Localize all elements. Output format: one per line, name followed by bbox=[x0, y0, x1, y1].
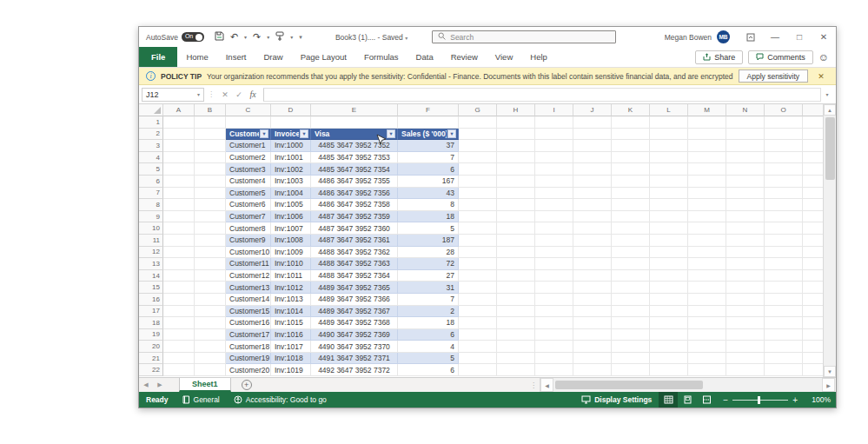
grid-cell[interactable] bbox=[535, 199, 573, 211]
vertical-scrollbar[interactable]: ▲ ▼ bbox=[823, 104, 836, 377]
grid-cell[interactable] bbox=[688, 116, 726, 129]
grid-cell[interactable] bbox=[535, 140, 573, 152]
row-header-10[interactable]: 10 bbox=[139, 222, 163, 235]
qat-overflow-icon[interactable]: ▾ bbox=[299, 34, 302, 41]
grid-cell[interactable] bbox=[535, 317, 573, 329]
grid-cell[interactable] bbox=[765, 176, 803, 188]
grid-cell[interactable] bbox=[195, 163, 226, 176]
autosave-toggle[interactable]: AutoSave On bbox=[146, 32, 204, 42]
grid-cell[interactable] bbox=[535, 270, 573, 282]
grid-cell[interactable] bbox=[573, 341, 612, 353]
grid-cell[interactable]: Customer14 bbox=[226, 294, 271, 306]
grid-cell[interactable]: 7 bbox=[398, 294, 459, 306]
table-header-cell[interactable]: Customer▼ bbox=[226, 129, 271, 141]
grid-cell[interactable] bbox=[726, 341, 765, 353]
grid-cell[interactable] bbox=[612, 140, 650, 152]
grid-cell[interactable] bbox=[573, 188, 612, 200]
row-header-4[interactable]: 4 bbox=[139, 152, 163, 164]
grid-cell[interactable]: 4490 3647 3952 7370 bbox=[311, 341, 398, 353]
grid-cell[interactable]: Customer16 bbox=[226, 317, 271, 329]
grid-cell[interactable] bbox=[163, 353, 195, 365]
grid-cell[interactable]: 4486 3647 3952 7356 bbox=[311, 188, 398, 200]
table-header-cell[interactable]: Sales ($ '000)▼ bbox=[398, 129, 459, 141]
grid-cell[interactable] bbox=[650, 364, 688, 376]
grid-cell[interactable] bbox=[803, 188, 823, 200]
grid-cell[interactable] bbox=[535, 163, 573, 176]
feedback-smiley-icon[interactable]: ☺ bbox=[818, 51, 829, 63]
grid-cell[interactable]: 4486 3647 3952 7358 bbox=[311, 199, 398, 211]
grid-cell[interactable] bbox=[573, 258, 612, 270]
grid-cell[interactable] bbox=[459, 188, 497, 200]
row-header-17[interactable]: 17 bbox=[139, 306, 163, 318]
grid-cell[interactable] bbox=[195, 341, 226, 353]
grid-cell[interactable] bbox=[195, 152, 226, 164]
grid-cell[interactable]: 28 bbox=[398, 247, 459, 259]
grid-cell[interactable]: 4489 3647 3952 7368 bbox=[311, 317, 398, 329]
grid-cell[interactable] bbox=[573, 211, 612, 223]
grid-cell[interactable] bbox=[163, 294, 195, 306]
save-icon[interactable] bbox=[215, 31, 224, 43]
grid-cell[interactable] bbox=[765, 247, 803, 259]
grid-cell[interactable]: 4485 3647 3952 7353 bbox=[311, 152, 398, 164]
grid-cell[interactable] bbox=[650, 176, 688, 188]
grid-cell[interactable] bbox=[726, 163, 765, 176]
grid-cell[interactable]: 37 bbox=[398, 140, 459, 152]
next-sheet-icon[interactable]: ▶ bbox=[153, 378, 167, 392]
grid-cell[interactable] bbox=[226, 116, 271, 129]
grid-cell[interactable] bbox=[688, 199, 726, 211]
grid-cell[interactable] bbox=[163, 116, 195, 129]
ribbon-tab-insert[interactable]: Insert bbox=[217, 47, 255, 67]
redo-icon[interactable]: ↷ bbox=[253, 32, 261, 42]
expand-formula-bar-icon[interactable]: ▾ bbox=[821, 91, 833, 97]
tab-scroll-splitter[interactable]: ⋮ bbox=[527, 378, 540, 392]
grid-cell[interactable] bbox=[311, 116, 398, 129]
grid-cell[interactable] bbox=[163, 188, 195, 200]
grid-cell[interactable]: Customer12 bbox=[226, 270, 271, 282]
column-header-K[interactable]: K bbox=[612, 104, 650, 116]
grid-cell[interactable] bbox=[497, 176, 535, 188]
grid-cell[interactable] bbox=[765, 306, 803, 318]
row-header-15[interactable]: 15 bbox=[139, 282, 163, 294]
grid-cell[interactable] bbox=[163, 211, 195, 223]
grid-cell[interactable] bbox=[535, 364, 573, 376]
horizontal-scroll-thumb[interactable] bbox=[555, 381, 703, 389]
grid-cell[interactable]: 4488 3647 3952 7364 bbox=[311, 270, 398, 282]
grid-cell[interactable] bbox=[803, 222, 823, 235]
maximize-button[interactable]: □ bbox=[787, 27, 812, 47]
ribbon-tab-page-layout[interactable]: Page Layout bbox=[292, 47, 355, 67]
grid-cell[interactable] bbox=[163, 199, 195, 211]
grid-cell[interactable] bbox=[535, 188, 573, 200]
grid-cell[interactable] bbox=[163, 317, 195, 329]
new-sheet-button[interactable]: + bbox=[242, 380, 252, 390]
grid-cell[interactable] bbox=[535, 211, 573, 223]
grid-cell[interactable] bbox=[612, 116, 650, 129]
grid-cell[interactable] bbox=[163, 258, 195, 270]
grid-cell[interactable] bbox=[765, 364, 803, 376]
grid-cell[interactable] bbox=[688, 176, 726, 188]
column-header-D[interactable]: D bbox=[271, 104, 311, 116]
row-header-11[interactable]: 11 bbox=[139, 235, 163, 247]
grid-cell[interactable] bbox=[163, 364, 195, 376]
column-header-M[interactable]: M bbox=[688, 104, 726, 116]
grid-cell[interactable] bbox=[688, 129, 726, 141]
scroll-left-icon[interactable]: ◀ bbox=[540, 378, 553, 392]
grid-cell[interactable] bbox=[497, 258, 535, 270]
grid-cell[interactable] bbox=[535, 258, 573, 270]
column-header-L[interactable]: L bbox=[650, 104, 688, 116]
grid-cell[interactable]: Customer13 bbox=[226, 282, 271, 294]
grid-cell[interactable] bbox=[765, 329, 803, 341]
grid-cell[interactable] bbox=[535, 222, 573, 235]
grid-cell[interactable] bbox=[573, 306, 612, 318]
grid-cell[interactable]: 7 bbox=[398, 152, 459, 164]
grid-cell[interactable] bbox=[573, 270, 612, 282]
grid-cell[interactable] bbox=[163, 341, 195, 353]
grid-cell[interactable] bbox=[497, 235, 535, 247]
grid-cell[interactable] bbox=[195, 235, 226, 247]
grid-cell[interactable]: Customer6 bbox=[226, 199, 271, 211]
grid-cell[interactable] bbox=[497, 317, 535, 329]
grid-cell[interactable] bbox=[497, 247, 535, 259]
grid-cell[interactable]: 4486 3647 3952 7355 bbox=[311, 176, 398, 188]
grid-cell[interactable] bbox=[459, 317, 497, 329]
row-header-16[interactable]: 16 bbox=[139, 294, 163, 306]
ribbon-tab-data[interactable]: Data bbox=[407, 47, 442, 67]
